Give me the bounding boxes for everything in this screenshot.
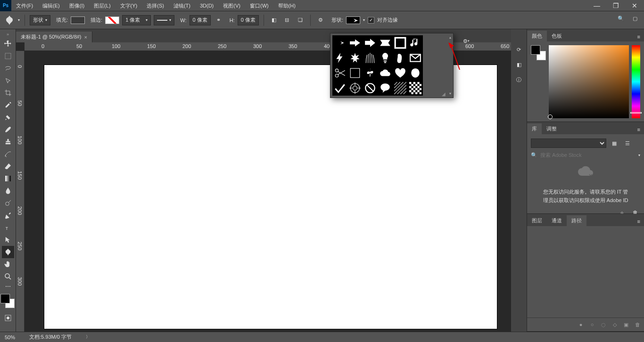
fill-swatch[interactable]	[71, 16, 85, 24]
search-icon[interactable]: 🔍	[616, 13, 626, 24]
shape-check-icon[interactable]	[332, 81, 347, 96]
library-select[interactable]	[531, 138, 606, 148]
path-select-tool-icon[interactable]	[2, 234, 14, 246]
shape-envelope-icon[interactable]	[408, 50, 423, 65]
align-icon[interactable]: ⊟	[282, 15, 292, 25]
menu-type[interactable]: 文字(Y)	[116, 0, 142, 11]
fg-bg-color-swatches[interactable]	[0, 293, 17, 310]
shape-forbidden-icon[interactable]	[363, 81, 378, 96]
shape-starburst-icon[interactable]	[347, 50, 363, 65]
type-tool-icon[interactable]: T	[2, 221, 14, 234]
close-icon[interactable]: ✕	[625, 0, 644, 11]
toolbar-expand-icon[interactable]: »	[0, 31, 16, 38]
width-input[interactable]: 0 像素	[190, 15, 211, 25]
status-chevron-icon[interactable]: 〉	[86, 334, 90, 340]
shape-lightning-icon[interactable]	[332, 50, 347, 65]
shape-arrow-bold-icon[interactable]	[347, 35, 363, 50]
more-tools-icon[interactable]: ⋯	[2, 283, 14, 290]
color-fg-bg-icon[interactable]	[531, 45, 546, 60]
crop-tool-icon[interactable]	[2, 87, 14, 99]
shape-arrow-block-icon[interactable]	[363, 35, 378, 50]
shape-picker-resize-icon[interactable]: ◢	[442, 91, 446, 97]
canvas[interactable]	[44, 65, 497, 329]
maximize-icon[interactable]: ❐	[606, 0, 625, 11]
shape-picker-scroll-up-icon[interactable]: ▴	[449, 35, 451, 40]
screen-mode-icon[interactable]: ▢	[630, 13, 640, 24]
shape-mode-dropdown[interactable]: 形状▾	[30, 15, 50, 25]
shape-checker-icon[interactable]	[408, 81, 423, 96]
tab-color[interactable]: 颜色	[527, 31, 547, 41]
healing-tool-icon[interactable]	[2, 111, 14, 123]
shape-preview-swatch[interactable]	[346, 16, 360, 24]
shape-diag-stripes-icon[interactable]	[393, 81, 408, 96]
shape-foot-icon[interactable]	[393, 50, 408, 65]
chevron-down-icon[interactable]: ▾	[18, 18, 20, 22]
stamp-tool-icon[interactable]	[2, 136, 14, 148]
panel-history-icon[interactable]: ⟳	[514, 44, 524, 55]
shape-dropdown-chevron-icon[interactable]: ▾	[363, 18, 365, 22]
menu-file[interactable]: 文件(F)	[11, 0, 38, 11]
stroke-swatch[interactable]	[105, 16, 119, 24]
shape-picker-scroll-down-icon[interactable]: ▾	[449, 91, 451, 96]
shape-cloud-icon[interactable]	[378, 65, 393, 81]
tab-swatches[interactable]: 色板	[547, 31, 567, 41]
lasso-tool-icon[interactable]	[2, 62, 14, 74]
menu-filter[interactable]: 滤镜(T)	[169, 0, 195, 11]
link-wh-icon[interactable]: ⚭	[214, 15, 224, 25]
menu-edit[interactable]: 编辑(E)	[38, 0, 65, 11]
shape-grass-icon[interactable]	[363, 50, 378, 65]
gradient-tool-icon[interactable]	[2, 172, 14, 185]
delete-path-icon[interactable]: 🗑	[633, 320, 642, 329]
list-view-icon[interactable]: ☰	[622, 138, 633, 148]
custom-shape-tool-active-icon[interactable]	[2, 246, 14, 258]
menu-image[interactable]: 图像(I)	[65, 0, 89, 11]
saturation-picker[interactable]	[549, 45, 629, 118]
zoom-level[interactable]: 50%	[5, 334, 15, 340]
foreground-color-swatch[interactable]	[0, 294, 10, 303]
library-search-input[interactable]	[539, 151, 606, 159]
doc-size-info[interactable]: 文档:5.93M/0 字节	[29, 334, 72, 341]
tab-close-icon[interactable]: ×	[84, 34, 87, 40]
shape-fleur-icon[interactable]	[363, 65, 378, 81]
zoom-tool-icon[interactable]	[2, 270, 14, 283]
shape-banner-icon[interactable]	[378, 35, 393, 50]
custom-shape-tool-icon[interactable]	[4, 15, 15, 26]
arrange-icon[interactable]: ❏	[295, 15, 305, 25]
shape-picker-settings-icon[interactable]: ⚙▾	[461, 35, 472, 47]
align-edges-checkbox[interactable]: ✓	[368, 17, 374, 24]
menu-view[interactable]: 视图(V)	[218, 0, 245, 11]
gear-icon[interactable]: ⚙	[315, 15, 326, 25]
dodge-tool-icon[interactable]	[2, 197, 14, 209]
shape-arrow-thin-icon[interactable]	[332, 35, 347, 50]
tab-libraries[interactable]: 库	[527, 123, 542, 134]
panel-menu-icon[interactable]: ≡	[634, 32, 644, 41]
brush-tool-icon[interactable]	[2, 123, 14, 136]
panel-menu-icon[interactable]: ≡	[634, 217, 644, 226]
height-input[interactable]: 0 像素	[238, 15, 259, 25]
stroke-width-input[interactable]: 1 像素▾	[122, 15, 151, 25]
stroke-style-dropdown[interactable]: ▾	[154, 15, 174, 25]
eraser-tool-icon[interactable]	[2, 160, 14, 172]
quickmask-icon[interactable]	[2, 312, 14, 324]
history-brush-tool-icon[interactable]	[2, 148, 14, 160]
menu-help[interactable]: 帮助(H)	[273, 0, 300, 11]
panel-properties-icon[interactable]: ◧	[514, 59, 524, 70]
shape-frame-icon[interactable]	[393, 35, 408, 50]
minimize-icon[interactable]: —	[587, 0, 606, 11]
shape-blob-icon[interactable]	[408, 65, 423, 81]
shape-music-note-icon[interactable]	[408, 35, 423, 50]
shape-heart-icon[interactable]	[393, 65, 408, 81]
menu-select[interactable]: 选择(S)	[142, 0, 169, 11]
marquee-tool-icon[interactable]	[2, 50, 14, 62]
stroke-path-icon[interactable]: ○	[587, 320, 597, 329]
move-tool-icon[interactable]	[2, 38, 14, 50]
hand-tool-icon[interactable]	[2, 258, 14, 270]
paths-list[interactable]	[527, 226, 644, 318]
tab-paths[interactable]: 路径	[567, 215, 586, 226]
panel-info-icon[interactable]: ⓘ	[514, 74, 524, 85]
tab-layers[interactable]: 图层	[527, 215, 547, 226]
path-from-selection-icon[interactable]: ◇	[610, 320, 619, 329]
eyedropper-tool-icon[interactable]	[2, 99, 14, 111]
shape-rect-icon[interactable]	[347, 65, 363, 81]
document-tab[interactable]: 未标题-1 @ 50%(RGB/8#) ×	[16, 32, 92, 42]
